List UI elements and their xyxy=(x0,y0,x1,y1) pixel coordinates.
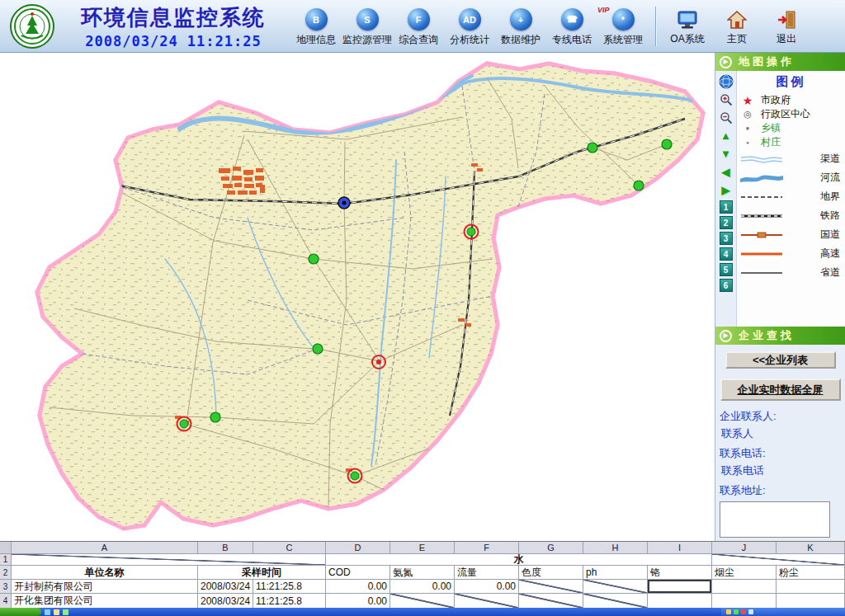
os-taskbar[interactable] xyxy=(0,608,845,616)
water-section-label[interactable]: 水 xyxy=(326,554,712,565)
nav-label: 专线电话 xyxy=(552,33,592,47)
nav-analysis-statistics[interactable]: AD 分析统计 xyxy=(444,5,495,47)
cell-unit-name[interactable]: 开化集团有限公司 xyxy=(12,594,198,608)
cell-sample-date[interactable]: 2008/03/24 xyxy=(198,580,253,593)
tray-icon[interactable] xyxy=(734,609,739,614)
cell-chromium-empty[interactable] xyxy=(648,594,712,608)
cell-dust-empty[interactable] xyxy=(777,594,845,608)
row-number[interactable]: 1 xyxy=(0,554,12,565)
zoom-level-6-button[interactable]: 6 xyxy=(720,279,733,292)
column-letter-e[interactable]: E xyxy=(390,542,455,553)
nav-oa-system[interactable]: OA系统 xyxy=(663,6,712,46)
quicklaunch-icon[interactable] xyxy=(45,609,50,615)
enterprise-search-header[interactable]: ▶ 企业查找 xyxy=(715,327,845,345)
cell-ammonia[interactable]: 0.00 xyxy=(390,580,455,593)
contact-person-link[interactable]: 联系人 xyxy=(721,426,841,441)
tray-icon[interactable] xyxy=(748,609,753,614)
column-letter-i[interactable]: I xyxy=(648,542,712,553)
table-corner[interactable] xyxy=(0,542,12,553)
cell-flow[interactable]: 0.00 xyxy=(455,580,519,593)
cell-chroma-empty[interactable] xyxy=(519,580,583,593)
nav-comprehensive-query[interactable]: F 综合查询 xyxy=(393,5,444,47)
column-letter-c[interactable]: C xyxy=(253,542,326,553)
row-number[interactable]: 2 xyxy=(0,566,12,579)
header-smoke-dust[interactable]: 烟尘 xyxy=(712,566,777,579)
cell-chromium-selected[interactable] xyxy=(648,580,712,593)
map-tool-column: ▲ ▼ ◀ ▶ 1 2 3 4 5 6 xyxy=(715,71,736,327)
column-letter-f[interactable]: F xyxy=(455,542,519,553)
quicklaunch-icon[interactable] xyxy=(54,609,59,615)
row-number[interactable]: 3 xyxy=(0,580,12,593)
cell-ph-empty[interactable] xyxy=(583,580,648,593)
cell-smoke-empty[interactable] xyxy=(712,594,777,608)
cell-smoke-empty[interactable] xyxy=(712,580,777,593)
zoom-level-2-button[interactable]: 2 xyxy=(720,216,733,229)
header-unit-name[interactable]: 单位名称 xyxy=(12,566,198,579)
quicklaunch-icon[interactable] xyxy=(63,609,68,615)
map-canvas[interactable] xyxy=(0,53,715,541)
header-dust[interactable]: 粉尘 xyxy=(777,566,845,579)
cell-cod[interactable]: 0.00 xyxy=(326,594,390,608)
header-ammonia-nitrogen[interactable]: 氨氮 xyxy=(390,566,455,579)
cell-unit-name[interactable]: 开封制药有限公司 xyxy=(12,580,198,593)
header-chroma[interactable]: 色度 xyxy=(519,566,583,579)
header-chromium[interactable]: 铬 xyxy=(648,566,712,579)
pan-left-button[interactable]: ◀ xyxy=(718,164,734,180)
full-extent-button[interactable] xyxy=(718,73,734,89)
pan-up-button[interactable]: ▲ xyxy=(718,128,734,143)
nav-monitoring-source[interactable]: S 监控源管理 xyxy=(342,5,393,47)
pan-right-button[interactable]: ▶ xyxy=(718,182,734,198)
enterprise-realtime-fullscreen-button[interactable]: 企业实时数据全屏 xyxy=(720,379,841,401)
legend-label: 渠道 xyxy=(820,152,842,166)
section-empty-cell[interactable] xyxy=(712,554,845,565)
zoom-level-5-button[interactable]: 5 xyxy=(720,263,733,276)
cell-sample-date[interactable]: 2008/03/24 xyxy=(198,594,253,608)
cell-sample-time[interactable]: 11:21:25.8 xyxy=(253,580,326,593)
header-ph[interactable]: ph xyxy=(583,566,648,579)
enterprise-list-button[interactable]: <<企业列表 xyxy=(725,351,836,369)
cell-chroma-empty[interactable] xyxy=(519,594,583,608)
header-flow[interactable]: 流量 xyxy=(455,566,519,579)
column-letter-b[interactable]: B xyxy=(198,542,253,553)
column-letter-j[interactable]: J xyxy=(712,542,777,553)
cell-ph-empty[interactable] xyxy=(583,594,648,608)
zoom-level-1-button[interactable]: 1 xyxy=(720,200,733,214)
map-operations-header[interactable]: ▶ 地图操作 xyxy=(715,53,845,71)
pan-down-button[interactable]: ▼ xyxy=(718,146,734,162)
nav-geographic-info[interactable]: B 地理信息 xyxy=(290,5,342,47)
nav-home[interactable]: 主页 xyxy=(712,6,762,46)
legend-label: 国道 xyxy=(820,228,842,242)
nav-data-maintenance[interactable]: + 数据维护 xyxy=(495,5,546,47)
column-letter-k[interactable]: K xyxy=(777,542,845,553)
nav-exit[interactable]: 退出 xyxy=(762,6,811,46)
cell-sample-time[interactable]: 11:21:25.8 xyxy=(253,594,326,608)
cell-cod[interactable]: 0.00 xyxy=(326,580,390,593)
header-cod[interactable]: COD xyxy=(326,566,390,579)
column-letter-g[interactable]: G xyxy=(519,542,583,553)
zoom-out-button[interactable] xyxy=(718,110,734,125)
map-viewport[interactable] xyxy=(0,53,715,541)
contact-phone-link[interactable]: 联系电话 xyxy=(721,463,841,478)
tray-icon[interactable] xyxy=(726,609,731,614)
column-letter-d[interactable]: D xyxy=(326,542,390,553)
header-sampling-time[interactable]: 采样时间 xyxy=(198,566,326,579)
zoom-level-3-button[interactable]: 3 xyxy=(720,232,733,245)
system-tray[interactable] xyxy=(721,608,845,616)
legend-label: 地界 xyxy=(820,190,842,204)
cell-ammonia-empty[interactable] xyxy=(390,594,455,608)
table-header-row: 2 单位名称 采样时间 COD 氨氮 流量 色度 ph 铬 烟尘 粉尘 xyxy=(0,566,845,580)
realtime-data-table: A B C D E F G H I J K 1 水 2 单位名称 采样时间 CO… xyxy=(0,541,845,608)
column-letter-h[interactable]: H xyxy=(583,542,648,553)
section-empty-cell[interactable] xyxy=(12,554,326,565)
zoom-in-button[interactable] xyxy=(718,92,734,107)
start-button[interactable] xyxy=(0,608,41,616)
nav-system-management[interactable]: VIP * 系统管理 xyxy=(597,5,649,47)
cell-dust-empty[interactable] xyxy=(777,580,845,593)
nav-hotline-phone[interactable]: ☎ 专线电话 xyxy=(546,5,597,47)
zoom-level-4-button[interactable]: 4 xyxy=(720,247,733,261)
column-letter-a[interactable]: A xyxy=(12,542,198,553)
cell-flow-empty[interactable] xyxy=(455,594,519,608)
contact-address-input[interactable] xyxy=(720,501,830,538)
row-number[interactable]: 4 xyxy=(0,594,12,608)
tray-icon[interactable] xyxy=(741,609,746,614)
